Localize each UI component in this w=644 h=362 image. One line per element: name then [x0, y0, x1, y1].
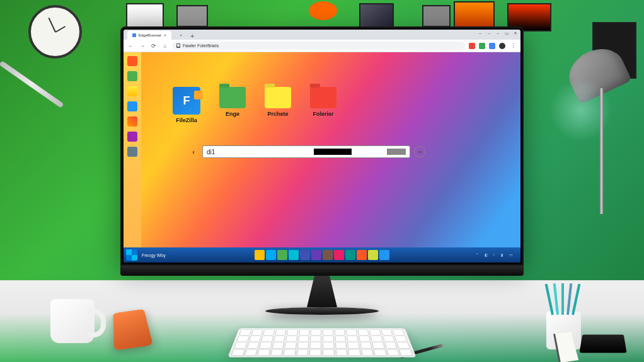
- desk-lamp-left: [0, 60, 64, 108]
- path-input[interactable]: di1: [202, 145, 410, 158]
- path-bar-group: ‹ di1 ➜: [188, 145, 425, 158]
- sidebar-app-icon[interactable]: [127, 71, 137, 81]
- progress-segment: [387, 149, 406, 155]
- tray-battery-icon[interactable]: ▮: [501, 252, 506, 257]
- folder-icon: [219, 87, 246, 108]
- profile-icon[interactable]: [499, 43, 505, 49]
- tab-favicon-icon: [132, 33, 136, 37]
- extension-icon[interactable]: [469, 43, 475, 49]
- path-go-button[interactable]: ➜: [414, 146, 425, 157]
- tray-sound-icon[interactable]: ♪: [493, 252, 498, 257]
- sidebar-app-icon[interactable]: [127, 116, 137, 127]
- lock-icon: [176, 43, 180, 48]
- icon-label: Folerier: [313, 111, 333, 117]
- tray-network-icon[interactable]: ◧: [485, 252, 490, 257]
- taskbar-pinned-apps: [255, 250, 389, 260]
- start-button[interactable]: [126, 249, 137, 261]
- wall-poster: [176, 5, 208, 27]
- sidebar-app-icon[interactable]: [127, 101, 137, 111]
- taskbar-app-icon[interactable]: [357, 250, 367, 260]
- monitor: – – – ▭ ✕ EdgeBrowser × × +: [120, 26, 524, 315]
- desktop-app-filezilla[interactable]: F FileZilla: [173, 87, 200, 123]
- progress-segment: [314, 149, 352, 155]
- taskbar-app-icon[interactable]: [277, 250, 287, 260]
- system-tray: ^ ◧ ♪ ▮ ▭: [476, 252, 518, 257]
- folder-icon: [310, 87, 336, 108]
- address-bar[interactable]: Fawler FolerBrads: [173, 42, 465, 50]
- taskbar-app-icon[interactable]: [368, 250, 378, 260]
- taskbar-app-icon[interactable]: [334, 250, 344, 260]
- menu-button[interactable]: ⋮: [509, 42, 517, 50]
- taskbar-app-icon[interactable]: [345, 250, 355, 260]
- sidebar-app-icon[interactable]: [127, 132, 137, 142]
- close-button[interactable]: ✕: [513, 31, 518, 36]
- coffee-mug: [50, 299, 95, 343]
- left-sidebar: [124, 52, 141, 247]
- tray-notification-icon[interactable]: ▭: [509, 252, 514, 257]
- minimize-button[interactable]: –: [495, 31, 500, 36]
- browser-tab-bar: EdgeBrowser × × +: [124, 30, 520, 40]
- path-back-button[interactable]: ‹: [188, 147, 198, 157]
- path-value: di1: [207, 149, 215, 156]
- taskbar: Freogy Wby ^ ◧: [124, 247, 520, 263]
- back-button[interactable]: ←: [127, 42, 135, 50]
- taskbar-app-icon[interactable]: [266, 250, 276, 260]
- maximize-button[interactable]: ▭: [504, 31, 509, 36]
- browser-toolbar: ← → ⟳ ⌂ Fawler FolerBrads ⋮: [124, 40, 520, 52]
- wall-clock: [28, 5, 82, 59]
- wall-poster: [422, 5, 451, 27]
- desktop-folder[interactable]: Prchete: [265, 87, 291, 123]
- taskbar-app-icon[interactable]: [311, 250, 321, 260]
- sidebar-app-icon[interactable]: [127, 86, 137, 96]
- extension-icon[interactable]: [489, 43, 495, 49]
- new-tab-button[interactable]: +: [188, 33, 196, 40]
- icon-label: FileZilla: [176, 117, 197, 123]
- address-text: Fawler FolerBrads: [183, 43, 219, 48]
- filezilla-icon: F: [173, 87, 200, 115]
- taskbar-app-icon[interactable]: [255, 250, 265, 260]
- taskbar-app-icon[interactable]: [289, 250, 299, 260]
- taskbar-app-icon[interactable]: [300, 250, 310, 260]
- forward-button[interactable]: →: [139, 42, 146, 50]
- desktop-folder[interactable]: Enge: [219, 87, 246, 123]
- taskbar-app-icon[interactable]: [323, 250, 333, 260]
- desktop-area: F FileZilla Enge Prchete: [124, 52, 520, 247]
- browser-tab[interactable]: ×: [173, 31, 188, 40]
- desktop-folder[interactable]: Folerier: [310, 87, 336, 123]
- tray-chevron-icon[interactable]: ^: [476, 252, 481, 257]
- tablet: [579, 335, 626, 353]
- taskbar-app-icon[interactable]: [379, 250, 389, 260]
- screen: – – – ▭ ✕ EdgeBrowser × × +: [124, 30, 520, 263]
- sidebar-app-icon[interactable]: [127, 147, 137, 157]
- folder-icon: [265, 87, 291, 108]
- wall-poster: [359, 3, 394, 28]
- reload-button[interactable]: ⟳: [150, 42, 158, 50]
- home-button[interactable]: ⌂: [161, 42, 169, 50]
- extension-icon[interactable]: [479, 43, 485, 49]
- taskbar-label: Freogy Wby: [139, 253, 168, 257]
- browser-tab-active[interactable]: EdgeBrowser ×: [127, 31, 171, 40]
- wall-poster: [126, 3, 164, 28]
- more-control[interactable]: –: [486, 31, 492, 36]
- tab-close-icon[interactable]: ×: [164, 33, 166, 37]
- tab-label: EdgeBrowser: [139, 33, 161, 37]
- desktop-icons-row: F FileZilla Enge Prchete: [173, 87, 336, 123]
- keyboard: [227, 328, 417, 357]
- tab-close-icon[interactable]: ×: [180, 33, 183, 37]
- desk-lamp: [568, 50, 625, 94]
- icon-label: Prchete: [267, 111, 288, 117]
- sidebar-app-icon[interactable]: [127, 56, 137, 66]
- icon-label: Enge: [226, 111, 239, 117]
- more-control[interactable]: –: [478, 31, 483, 36]
- desktop-wallpaper[interactable]: F FileZilla Enge Prchete: [141, 52, 520, 247]
- wall-poster: [309, 1, 337, 20]
